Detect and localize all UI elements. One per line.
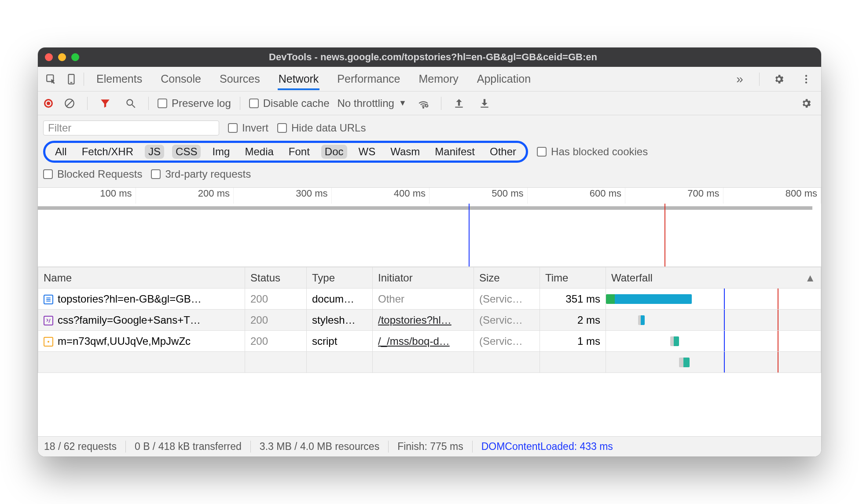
status-transferred: 0 B / 418 kB transferred	[126, 441, 251, 453]
settings-gear-icon[interactable]	[770, 70, 788, 88]
cell-initiator[interactable]: /_/mss/boq-d…	[373, 331, 474, 352]
doc-icon	[44, 295, 53, 304]
table-row[interactable]: css?family=Google+Sans+T…200stylesh…/top…	[38, 310, 821, 331]
separator	[148, 97, 149, 110]
hide-data-urls-checkbox[interactable]: Hide data URLs	[277, 122, 366, 134]
chevron-down-icon: ▼	[399, 99, 407, 108]
filter-input[interactable]: Filter	[43, 121, 219, 135]
overview-tick: 600 ms	[528, 188, 626, 204]
request-name: css?family=Google+Sans+T…	[58, 314, 201, 326]
network-settings-gear-icon[interactable]	[797, 95, 815, 112]
cell-name[interactable]: topstories?hl=en-GB&gl=GB…	[38, 289, 245, 310]
overview-tick: 200 ms	[136, 188, 234, 204]
cell-type: script	[307, 331, 373, 352]
col-time[interactable]: Time	[540, 267, 606, 289]
cell-time: 1 ms	[540, 331, 606, 352]
waterfall-cell	[606, 310, 821, 331]
cell-status: 200	[245, 289, 307, 310]
overview-tick: 400 ms	[332, 188, 430, 204]
cell-empty	[474, 352, 540, 373]
has-blocked-cookies-label: Has blocked cookies	[551, 146, 648, 158]
col-status[interactable]: Status	[245, 267, 307, 289]
cell-type: docum…	[307, 289, 373, 310]
invert-checkbox[interactable]: Invert	[228, 122, 268, 134]
col-initiator[interactable]: Initiator	[373, 267, 474, 289]
tab-elements[interactable]: Elements	[95, 68, 143, 90]
type-filter-media[interactable]: Media	[241, 145, 277, 159]
tab-sources[interactable]: Sources	[219, 68, 261, 90]
cell-size: (Servic…	[474, 331, 540, 352]
col-name[interactable]: Name	[38, 267, 245, 289]
type-filter-all[interactable]: All	[51, 145, 70, 159]
col-type[interactable]: Type	[307, 267, 373, 289]
tab-network[interactable]: Network	[278, 68, 320, 90]
status-domcontentloaded: DOMContentLoaded: 433 ms	[473, 441, 622, 453]
cell-empty	[540, 352, 606, 373]
svg-rect-12	[455, 106, 463, 107]
resource-type-filter: AllFetch/XHRJSCSSImgMediaFontDocWSWasmMa…	[43, 141, 528, 163]
disable-cache-label: Disable cache	[263, 97, 330, 110]
type-filter-css[interactable]: CSS	[172, 145, 201, 159]
cell-size: (Servic…	[474, 310, 540, 331]
table-row[interactable]: topstories?hl=en-GB&gl=GB…200docum…Other…	[38, 289, 821, 310]
overview-tick: 100 ms	[38, 188, 136, 204]
tab-performance[interactable]: Performance	[336, 68, 401, 90]
svg-point-10	[423, 107, 424, 108]
type-filter-font[interactable]: Font	[285, 145, 313, 159]
disable-cache-checkbox[interactable]: Disable cache	[249, 97, 330, 110]
svg-rect-13	[481, 106, 488, 107]
overview-tick: 300 ms	[234, 188, 332, 204]
clear-icon[interactable]	[61, 95, 78, 112]
status-requests: 18 / 62 requests	[44, 441, 126, 453]
devtools-window: DevTools - news.google.com/topstories?hl…	[38, 47, 821, 457]
col-waterfall[interactable]: Waterfall	[606, 267, 821, 289]
tab-memory[interactable]: Memory	[418, 68, 459, 90]
timeline-overview[interactable]: 100 ms200 ms300 ms400 ms500 ms600 ms700 …	[38, 188, 821, 267]
cell-status: 200	[245, 331, 307, 352]
preserve-log-checkbox[interactable]: Preserve log	[158, 97, 231, 110]
has-blocked-cookies-checkbox[interactable]: Has blocked cookies	[537, 146, 648, 158]
network-conditions-icon[interactable]	[415, 95, 432, 112]
requests-table: Name Status Type Initiator Size Time Wat…	[38, 267, 821, 436]
type-filter-other[interactable]: Other	[486, 145, 520, 159]
record-button[interactable]	[44, 99, 53, 108]
type-filter-img[interactable]: Img	[209, 145, 233, 159]
inspect-element-icon[interactable]	[42, 70, 60, 88]
type-filter-manifest[interactable]: Manifest	[431, 145, 478, 159]
cell-name[interactable]: css?family=Google+Sans+T…	[38, 310, 245, 331]
overview-activity-bar	[38, 206, 812, 210]
kebab-menu-icon[interactable]	[797, 70, 815, 88]
download-har-icon[interactable]	[476, 95, 493, 112]
invert-label: Invert	[242, 122, 268, 134]
cell-name[interactable]: m=n73qwf,UUJqVe,MpJwZc	[38, 331, 245, 352]
titlebar: DevTools - news.google.com/topstories?hl…	[38, 47, 821, 67]
request-name: m=n73qwf,UUJqVe,MpJwZc	[58, 335, 191, 347]
tab-console[interactable]: Console	[160, 68, 202, 90]
filter-funnel-icon[interactable]	[96, 95, 114, 112]
cell-empty	[38, 352, 245, 373]
tab-application[interactable]: Application	[476, 68, 532, 90]
type-filter-fetchxhr[interactable]: Fetch/XHR	[78, 145, 137, 159]
main-tabs-row: ElementsConsoleSourcesNetworkPerformance…	[38, 67, 821, 91]
cell-empty	[373, 352, 474, 373]
third-party-checkbox[interactable]: 3rd-party requests	[151, 168, 251, 180]
type-filter-wasm[interactable]: Wasm	[387, 145, 423, 159]
table-row[interactable]: m=n73qwf,UUJqVe,MpJwZc200script/_/mss/bo…	[38, 331, 821, 352]
blocked-requests-checkbox[interactable]: Blocked Requests	[43, 168, 142, 180]
type-filter-ws[interactable]: WS	[355, 145, 379, 159]
more-tabs-icon[interactable]: »	[731, 70, 749, 88]
throttling-select[interactable]: No throttling ▼	[337, 97, 406, 110]
search-icon[interactable]	[122, 95, 139, 112]
separator	[759, 73, 760, 86]
device-toolbar-icon[interactable]	[62, 70, 80, 88]
table-row[interactable]	[38, 352, 821, 373]
separator	[84, 73, 84, 86]
col-size[interactable]: Size	[474, 267, 540, 289]
hide-data-urls-label: Hide data URLs	[291, 122, 366, 134]
type-filter-doc[interactable]: Doc	[321, 145, 347, 159]
status-bar: 18 / 62 requests 0 B / 418 kB transferre…	[38, 436, 821, 457]
upload-har-icon[interactable]	[450, 95, 468, 112]
cell-initiator[interactable]: /topstories?hl…	[373, 310, 474, 331]
status-finish: Finish: 775 ms	[389, 441, 473, 453]
type-filter-js[interactable]: JS	[145, 145, 164, 159]
